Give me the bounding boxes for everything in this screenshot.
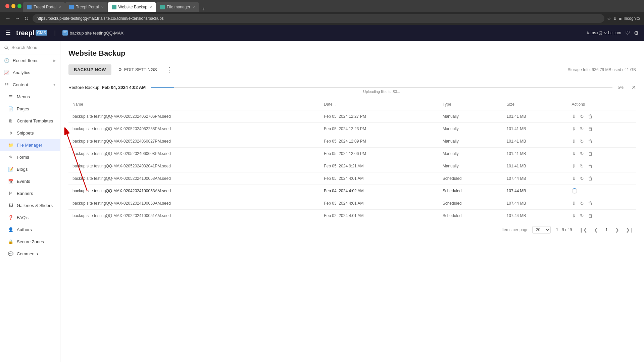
delete-action-icon[interactable]: 🗑 bbox=[588, 163, 593, 169]
sidebar-item-analytics[interactable]: 📈 Analytics bbox=[0, 66, 60, 79]
pages-label: Pages bbox=[17, 106, 56, 111]
first-page-button[interactable]: ❙❮ bbox=[577, 226, 589, 233]
browser-tab-4[interactable]: File manager ✕ bbox=[156, 2, 199, 12]
restore-info: Restore Backup: Feb 04, 2024 4:02 AM Upl… bbox=[68, 82, 636, 93]
sidebar-item-events[interactable]: 📅 Events bbox=[0, 175, 60, 187]
prev-page-button[interactable]: ❮ bbox=[592, 226, 600, 233]
app-logo: treepl CMS bbox=[16, 29, 47, 37]
cell-size-5: 107.44 MB bbox=[503, 172, 568, 185]
browser-tab-1[interactable]: Treepl Portal ✕ bbox=[23, 2, 65, 12]
cell-name-0: backup site testingQQ-MAX-02052024062706… bbox=[68, 110, 320, 123]
delete-action-icon[interactable]: 🗑 bbox=[588, 201, 593, 206]
download-action-icon[interactable]: ⇓ bbox=[572, 114, 576, 119]
download-icon[interactable]: ⇓ bbox=[613, 16, 617, 21]
cell-date-0: Feb 05, 2024 12:27 PM bbox=[320, 110, 438, 123]
gear-icon: ⚙ bbox=[118, 67, 122, 72]
notification-icon[interactable]: ♡ bbox=[625, 30, 630, 36]
delete-action-icon[interactable]: 🗑 bbox=[588, 176, 593, 181]
last-page-button[interactable]: ❯❙ bbox=[624, 226, 636, 233]
sidebar-item-faqs[interactable]: ❓ FAQ's bbox=[0, 211, 60, 223]
top-nav: ☰ treepl CMS | backup site testingQQ-MAX… bbox=[0, 25, 644, 41]
restore-action-icon[interactable]: ↻ bbox=[580, 213, 584, 218]
cell-type-7: Scheduled bbox=[439, 197, 503, 210]
table-row: backup site testingQQ-MAX-02052024062706… bbox=[68, 110, 636, 123]
cell-date-8: Feb 02, 2024 4:01 AM bbox=[320, 210, 438, 222]
new-tab-button[interactable]: + bbox=[199, 6, 207, 12]
app-layout: ☰ treepl CMS | backup site testingQQ-MAX… bbox=[0, 25, 644, 362]
events-label: Events bbox=[17, 179, 56, 184]
sidebar-item-comments[interactable]: 💬 Comments bbox=[0, 248, 60, 260]
sidebar-item-menus[interactable]: ☰ Menus bbox=[0, 91, 60, 103]
uploading-text: Uploading files to S3... bbox=[363, 90, 400, 94]
sidebar-item-snippets[interactable]: ⛭ Snippets bbox=[0, 127, 60, 139]
snippets-label: Snippets bbox=[17, 131, 56, 136]
back-button[interactable]: ← bbox=[4, 15, 12, 22]
col-actions: Actions bbox=[568, 99, 636, 110]
col-size: Size bbox=[503, 99, 568, 110]
address-input[interactable] bbox=[33, 14, 604, 23]
restore-action-icon[interactable]: ↻ bbox=[580, 151, 584, 156]
restore-action-icon[interactable]: ↻ bbox=[580, 139, 584, 144]
download-action-icon[interactable]: ⇓ bbox=[572, 139, 576, 144]
win-minimize-btn[interactable] bbox=[11, 4, 15, 8]
progress-close-button[interactable]: ✕ bbox=[632, 84, 636, 91]
win-maximize-btn[interactable] bbox=[17, 4, 21, 8]
download-action-icon[interactable]: ⇓ bbox=[572, 126, 576, 132]
sidebar-item-secure-zones[interactable]: 🔒 Secure Zones bbox=[0, 236, 60, 248]
delete-action-icon[interactable]: 🗑 bbox=[588, 139, 593, 144]
win-close-btn[interactable] bbox=[5, 4, 9, 8]
restore-action-icon[interactable]: ↻ bbox=[580, 201, 584, 206]
clock-icon: 🕐 bbox=[4, 58, 9, 63]
hamburger-menu[interactable]: ☰ bbox=[5, 29, 11, 37]
download-action-icon[interactable]: ⇓ bbox=[572, 151, 576, 156]
cms-badge: CMS bbox=[36, 30, 47, 36]
tab-label-4: File manager bbox=[167, 5, 190, 9]
edit-settings-button[interactable]: ⚙ EDIT SETTINGS bbox=[114, 64, 161, 75]
backup-now-button[interactable]: BACKUP NOW bbox=[68, 64, 111, 75]
browser-tab-2[interactable]: Treepl Portal ✕ bbox=[65, 2, 107, 12]
download-action-icon[interactable]: ⇓ bbox=[572, 176, 576, 181]
cell-type-8: Scheduled bbox=[439, 210, 503, 222]
restore-action-icon[interactable]: ↻ bbox=[580, 126, 584, 132]
progress-bar-fill bbox=[151, 87, 174, 88]
restore-action-icon[interactable]: ↻ bbox=[580, 176, 584, 181]
tab-close-4[interactable]: ✕ bbox=[192, 5, 195, 9]
delete-action-icon[interactable]: 🗑 bbox=[588, 151, 593, 156]
sidebar-item-pages[interactable]: 📄 Pages bbox=[0, 103, 60, 115]
download-action-icon[interactable]: ⇓ bbox=[572, 201, 576, 206]
tab-close-2[interactable]: ✕ bbox=[101, 5, 104, 9]
sidebar-item-content-templates[interactable]: 🗎 Content Templates bbox=[0, 115, 60, 127]
next-page-button[interactable]: ❯ bbox=[613, 226, 621, 233]
col-date[interactable]: Date ↓ bbox=[320, 99, 438, 110]
sidebar-item-forms[interactable]: ✎ Forms bbox=[0, 151, 60, 163]
refresh-button[interactable]: ↻ bbox=[23, 15, 30, 22]
more-options-button[interactable]: ⋮ bbox=[164, 65, 175, 75]
delete-action-icon[interactable]: 🗑 bbox=[588, 114, 593, 119]
browser-tab-3[interactable]: Website Backup ✕ bbox=[108, 2, 156, 12]
settings-icon[interactable]: ⚙ bbox=[634, 30, 639, 36]
delete-action-icon[interactable]: 🗑 bbox=[588, 213, 593, 218]
restore-action-icon[interactable]: ↻ bbox=[580, 163, 584, 169]
faq-icon: ❓ bbox=[8, 215, 13, 220]
sidebar-item-galleries[interactable]: 🖼 Galleries & Sliders bbox=[0, 199, 60, 211]
sidebar-item-authors[interactable]: 👤 Authors bbox=[0, 223, 60, 236]
bookmark-icon[interactable]: ☆ bbox=[607, 16, 611, 21]
forward-button[interactable]: → bbox=[13, 15, 21, 22]
tab-close-1[interactable]: ✕ bbox=[58, 5, 61, 9]
extensions-icon[interactable]: ■ bbox=[619, 16, 622, 21]
sidebar-item-banners[interactable]: 🏳 Banners bbox=[0, 187, 60, 199]
download-action-icon[interactable]: ⇓ bbox=[572, 213, 576, 218]
delete-action-icon[interactable]: 🗑 bbox=[588, 126, 593, 132]
download-action-icon[interactable]: ⇓ bbox=[572, 163, 576, 169]
tab-close-3[interactable]: ✕ bbox=[149, 5, 152, 9]
sidebar-item-recent-items[interactable]: 🕐 Recent Items ▶ bbox=[0, 54, 60, 66]
restore-action-icon[interactable]: ↻ bbox=[580, 114, 584, 119]
sidebar-item-content[interactable]: ☷ Content ▼ bbox=[0, 79, 60, 91]
cell-size-4: 101.41 MB bbox=[503, 160, 568, 172]
sidebar-item-blogs[interactable]: 📝 Blogs bbox=[0, 163, 60, 175]
cell-actions-8: ⇓ ↻ 🗑 bbox=[568, 210, 636, 222]
sidebar-item-file-manager[interactable]: 📁 File Manager bbox=[0, 139, 60, 151]
items-per-page-select[interactable]: 20 50 100 bbox=[532, 226, 551, 234]
grid-icon: ☷ bbox=[4, 82, 9, 87]
search-menu[interactable]: Search Menu bbox=[0, 41, 60, 54]
